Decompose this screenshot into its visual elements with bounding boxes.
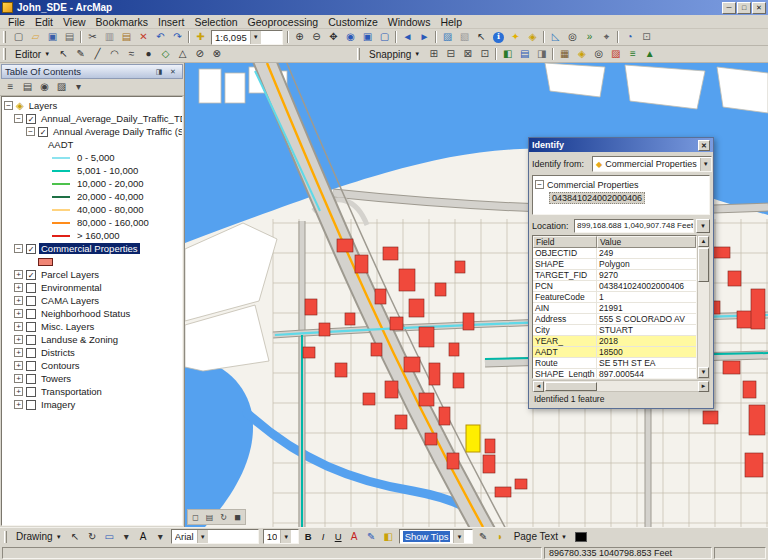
arctoolbox-icon[interactable]: ▨ bbox=[607, 47, 624, 62]
line-symbol-swatch[interactable] bbox=[52, 235, 70, 237]
scroll-right-icon[interactable]: ► bbox=[698, 381, 709, 392]
layer-label[interactable]: Misc. Layers bbox=[39, 321, 96, 332]
layer-label[interactable]: CAMA Layers bbox=[39, 295, 101, 306]
font-color-icon[interactable]: A bbox=[346, 529, 363, 544]
layer-checkbox[interactable] bbox=[26, 296, 36, 306]
sketch-properties-icon[interactable]: ◨ bbox=[533, 47, 550, 62]
shape-dropdown-arrow-icon[interactable]: ▾ bbox=[118, 529, 135, 544]
legend-heading[interactable]: AADT bbox=[46, 139, 75, 150]
chevron-down-icon[interactable]: ▼ bbox=[280, 530, 291, 543]
select-elements-icon[interactable]: ↖ bbox=[67, 529, 84, 544]
cut-icon[interactable]: ✂ bbox=[84, 30, 101, 45]
open-table-icon[interactable]: ▦ bbox=[556, 47, 573, 62]
collapse-icon[interactable]: − bbox=[14, 114, 23, 123]
chevron-down-icon[interactable]: ▼ bbox=[453, 530, 464, 543]
identify-icon[interactable]: ℹ bbox=[490, 30, 507, 45]
new-text-icon[interactable]: A bbox=[135, 529, 152, 544]
scrollbar-thumb[interactable] bbox=[545, 382, 597, 391]
undo-icon[interactable]: ↶ bbox=[152, 30, 169, 45]
layer-label[interactable]: Imagery bbox=[39, 399, 77, 410]
font-family-combo[interactable]: Arial ▼ bbox=[171, 529, 259, 544]
cut-polygons-icon[interactable]: ⊘ bbox=[191, 47, 208, 62]
html-popup-icon[interactable]: ◈ bbox=[524, 30, 541, 45]
list-by-source-icon[interactable]: ▤ bbox=[19, 80, 36, 95]
layer-checkbox[interactable]: ✓ bbox=[26, 244, 36, 254]
measure-icon[interactable]: ◺ bbox=[547, 30, 564, 45]
callout-tool-icon[interactable]: ◗ bbox=[492, 529, 509, 544]
line-color-icon[interactable]: ✎ bbox=[363, 529, 380, 544]
legend-label[interactable]: 20,000 - 40,000 bbox=[75, 191, 146, 202]
collapse-icon[interactable]: − bbox=[535, 180, 544, 189]
identify-tree-layer[interactable]: Commercial Properties bbox=[547, 180, 639, 190]
arc-segment-icon[interactable]: ◠ bbox=[106, 47, 123, 62]
layer-checkbox[interactable] bbox=[26, 348, 36, 358]
layer-checkbox[interactable]: ✓ bbox=[26, 114, 36, 124]
table-row[interactable]: FeatureCode1 bbox=[533, 292, 696, 303]
table-row[interactable]: AADT18500 bbox=[533, 347, 696, 358]
layer-checkbox[interactable] bbox=[26, 387, 36, 397]
layer-label[interactable]: Landuse & Zoning bbox=[39, 334, 120, 345]
fill-color-icon[interactable]: ◧ bbox=[380, 529, 397, 544]
search-icon[interactable]: ◎ bbox=[590, 47, 607, 62]
layer-checkbox[interactable] bbox=[26, 322, 36, 332]
fixed-zoom-out-icon[interactable]: ▢ bbox=[376, 30, 393, 45]
layer-checkbox[interactable] bbox=[26, 309, 36, 319]
chevron-down-icon[interactable]: ▼ bbox=[700, 158, 711, 171]
field-column-header[interactable]: Field bbox=[533, 236, 597, 248]
point-snapping-icon[interactable]: ⊞ bbox=[425, 47, 442, 62]
new-document-icon[interactable]: ▢ bbox=[10, 30, 27, 45]
open-folder-icon[interactable]: ▱ bbox=[27, 30, 44, 45]
selected-parcel[interactable] bbox=[466, 425, 480, 452]
rotate-element-icon[interactable]: ↻ bbox=[84, 529, 101, 544]
table-row[interactable]: AIN21991 bbox=[533, 303, 696, 314]
reshape-icon[interactable]: △ bbox=[174, 47, 191, 62]
menu-item-customize[interactable]: Customize bbox=[323, 16, 383, 28]
expand-icon[interactable]: + bbox=[14, 309, 23, 318]
collapse-icon[interactable]: − bbox=[14, 244, 23, 253]
menu-item-geoprocessing[interactable]: Geoprocessing bbox=[243, 16, 324, 28]
find-icon[interactable]: ◎ bbox=[564, 30, 581, 45]
table-row[interactable]: OBJECTID249 bbox=[533, 248, 696, 259]
line-symbol-swatch[interactable] bbox=[52, 222, 70, 224]
split-icon[interactable]: ⊗ bbox=[208, 47, 225, 62]
layer-label[interactable]: Environmental bbox=[39, 282, 104, 293]
line-symbol-swatch[interactable] bbox=[52, 183, 70, 185]
legend-label[interactable]: 40,000 - 80,000 bbox=[75, 204, 146, 215]
time-slider-icon[interactable]: ◔ bbox=[621, 30, 638, 45]
toc-root-layers[interactable]: Layers bbox=[27, 100, 60, 111]
legend-label[interactable]: 10,000 - 20,000 bbox=[75, 178, 146, 189]
page-text-dropdown[interactable]: Page Text ▼ bbox=[509, 529, 572, 544]
expand-icon[interactable]: + bbox=[14, 322, 23, 331]
list-by-visibility-icon[interactable]: ◉ bbox=[36, 80, 53, 95]
save-icon[interactable]: ▣ bbox=[44, 30, 61, 45]
delete-icon[interactable]: ✕ bbox=[135, 30, 152, 45]
edit-annotation-icon[interactable]: ✎ bbox=[72, 47, 89, 62]
italic-button[interactable]: I bbox=[316, 530, 331, 544]
close-icon[interactable]: ✕ bbox=[698, 140, 710, 151]
location-units-icon[interactable]: ▾ bbox=[696, 219, 710, 233]
hyperlink-icon[interactable]: ✦ bbox=[507, 30, 524, 45]
legend-label[interactable]: 0 - 5,000 bbox=[75, 152, 117, 163]
chevron-down-icon[interactable]: ▼ bbox=[250, 31, 261, 44]
paste-icon[interactable]: ▤ bbox=[118, 30, 135, 45]
underline-button[interactable]: U bbox=[331, 530, 346, 544]
layer-label[interactable]: Annual_Average_Daily_Traffic_TDA bbox=[39, 113, 182, 124]
layer-checkbox[interactable] bbox=[26, 283, 36, 293]
layer-checkbox[interactable]: ✓ bbox=[38, 127, 48, 137]
layer-checkbox[interactable]: ✓ bbox=[26, 270, 36, 280]
expand-icon[interactable]: + bbox=[14, 374, 23, 383]
map-scale-combo[interactable]: 1:6,095 ▼ bbox=[211, 30, 283, 45]
edit-tool-icon[interactable]: ↖ bbox=[55, 47, 72, 62]
find-route-icon[interactable]: » bbox=[581, 30, 598, 45]
create-features-icon[interactable]: ◧ bbox=[499, 47, 516, 62]
collapse-icon[interactable]: − bbox=[26, 127, 35, 136]
font-size-combo[interactable]: 10 ▼ bbox=[263, 529, 299, 544]
table-row[interactable]: PCN043841024002000406 bbox=[533, 281, 696, 292]
collapse-icon[interactable]: − bbox=[4, 101, 13, 110]
layer-label[interactable]: Parcel Layers bbox=[39, 269, 101, 280]
close-icon[interactable]: ✕ bbox=[752, 2, 766, 14]
forward-extent-icon[interactable]: ► bbox=[416, 30, 433, 45]
menu-item-insert[interactable]: Insert bbox=[153, 16, 189, 28]
expand-icon[interactable]: + bbox=[14, 296, 23, 305]
line-symbol-swatch[interactable] bbox=[52, 209, 70, 211]
